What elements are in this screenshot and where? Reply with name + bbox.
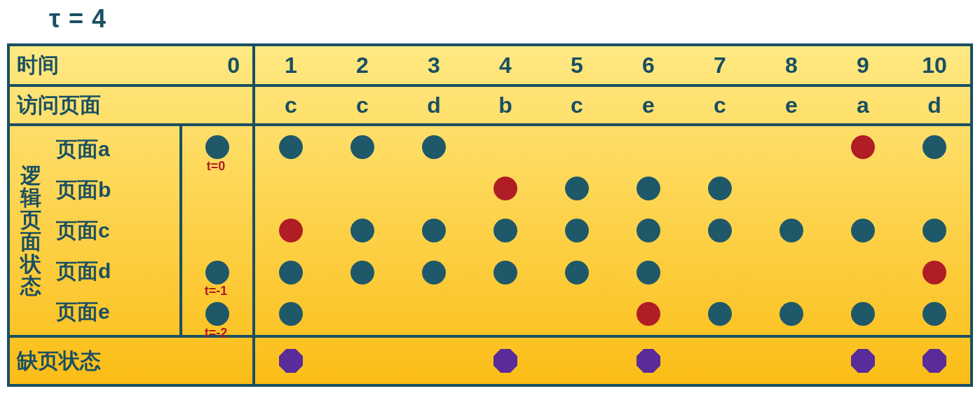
row-fault: 缺页状态 [10,338,970,384]
access-header-cell: 访问页面 [10,87,255,123]
state-dot [851,302,875,326]
time-col: 5 [541,46,613,84]
logic-col [756,126,827,335]
state-dot [279,261,303,284]
access-columns: ccdbcecead [255,87,970,123]
logic-title: 逻辑页面状态 [10,126,52,335]
logic-col [255,126,327,335]
fault-label: 缺页状态 [17,347,101,376]
table: 时间 0 12345678910 访问页面 ccdbcecead 逻辑页面状态 … [7,43,973,387]
fault-col [827,338,899,384]
logic-initial-column: t=0t=-1t=-2 [179,126,252,335]
state-dot [279,302,303,326]
time-columns: 12345678910 [255,46,970,84]
access-col: d [398,87,470,123]
state-dot [923,219,946,242]
fault-col [684,338,756,384]
time-mark: t=0 [207,158,226,173]
state-dot [351,135,374,159]
state-dot [637,219,660,242]
access-label: 访问页面 [17,91,101,120]
logic-col [541,126,613,335]
time-zero: 0 [227,53,240,78]
logic-col [684,126,756,335]
state-dot [279,135,303,159]
state-dot [494,219,517,242]
time-mark: t=-1 [205,284,228,298]
time-col: 4 [470,46,541,84]
page-fault-icon [923,349,946,373]
state-dot-fault [279,219,303,242]
state-dot [565,219,589,242]
state-dot-fault [494,177,517,200]
access-col: a [827,87,899,123]
state-dot [708,219,732,242]
time-col: 9 [827,46,899,84]
access-col: c [541,87,613,123]
state-dot [565,177,589,200]
state-dot [205,135,229,159]
fault-col [255,338,327,384]
state-dot [780,219,803,242]
logic-col [827,126,899,335]
fault-col [398,338,470,384]
state-dot-fault [637,302,660,326]
fault-columns [255,338,970,384]
logic-title-char: 辑 [20,186,41,209]
state-dot [205,261,229,284]
time-col: 3 [398,46,470,84]
logic-col [899,126,970,335]
access-col: b [470,87,541,123]
fault-col [541,338,613,384]
fault-header-cell: 缺页状态 [10,338,255,384]
fault-col [756,338,827,384]
diagram-canvas: τ = 4 时间 0 12345678910 访问页面 ccdbcecead 逻… [0,0,980,398]
state-dot [851,219,875,242]
access-col: d [899,87,970,123]
logic-columns [255,126,970,335]
time-col: 1 [255,46,327,84]
logic-page-label: 页面a [52,130,179,169]
logic-title-char: 面 [20,231,41,253]
time-col: 6 [613,46,684,84]
state-dot [422,261,446,284]
logic-page-label: 页面b [52,170,179,210]
time-mark: t=-2 [205,326,228,341]
state-dot [780,302,803,326]
state-dot [637,177,660,200]
time-col: 2 [327,46,398,84]
state-dot-fault [851,135,875,159]
logic-page-labels: 页面a页面b页面c页面d页面e [52,126,179,335]
state-dot [422,135,446,159]
fault-col [613,338,684,384]
page-fault-icon [851,349,875,373]
row-logic: 逻辑页面状态 页面a页面b页面c页面d页面e t=0t=-1t=-2 [10,126,970,338]
time-col: 8 [756,46,827,84]
access-col: e [613,87,684,123]
tau-text: τ = 4 [49,4,107,33]
tau-title: τ = 4 [49,4,107,34]
state-dot [637,261,660,284]
state-dot [351,219,374,242]
logic-col [613,126,684,335]
access-col: c [327,87,398,123]
state-dot [205,302,229,326]
logic-page-label: 页面c [52,211,179,250]
page-fault-icon [494,349,517,373]
access-col: c [684,87,756,123]
time-col: 10 [899,46,970,84]
row-access: 访问页面 ccdbcecead [10,87,970,126]
access-col: e [756,87,827,123]
state-dot [708,177,732,200]
row-time: 时间 0 12345678910 [10,46,970,87]
access-col: c [255,87,327,123]
fault-col [470,338,541,384]
logic-title-char: 页 [20,209,41,231]
logic-col [327,126,398,335]
state-dot [708,302,732,326]
logic-col [470,126,541,335]
state-dot-fault [923,261,946,284]
page-fault-icon [637,349,660,373]
time-col: 7 [684,46,756,84]
state-dot [923,302,946,326]
